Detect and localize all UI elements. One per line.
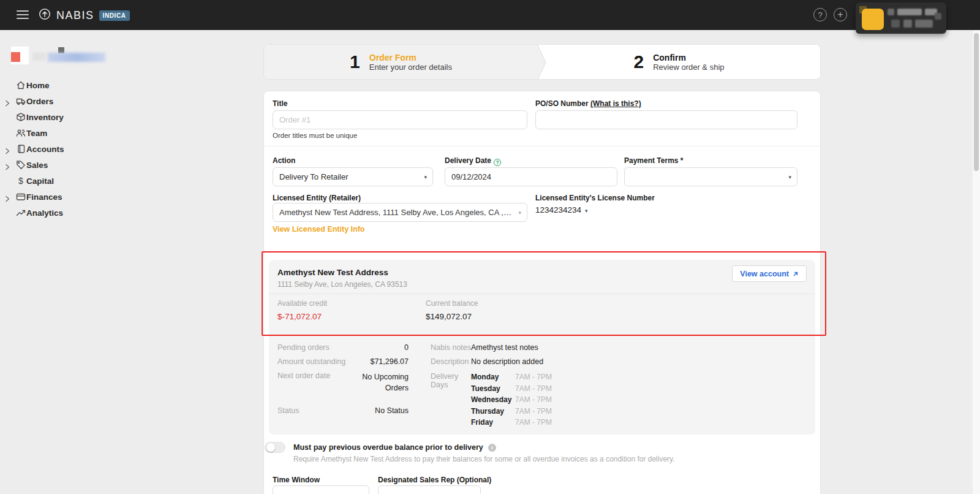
pending-orders-row: Pending orders 0	[277, 343, 409, 355]
external-link-icon	[793, 271, 799, 277]
view-account-button[interactable]: View account	[732, 265, 807, 282]
avatar	[862, 9, 884, 30]
sidebar-item-accounts[interactable]: Accounts	[0, 141, 256, 157]
trend-icon	[16, 208, 26, 218]
company-logo	[11, 45, 109, 66]
scrollbar-thumb[interactable]	[974, 33, 979, 171]
sidebar-item-inventory[interactable]: Inventory	[0, 109, 256, 125]
step-title: Order Form	[369, 53, 452, 63]
amount-outstanding-row: Amount outstanding $71,296.07	[277, 357, 409, 370]
account-name: Amethyst New Test Address	[277, 268, 388, 277]
view-licensed-entity-link[interactable]: View Licensed Entity Info	[273, 225, 365, 234]
top-navbar: NABIS INDICA ? +	[0, 0, 980, 30]
available-credit: Available credit $-71,072.07	[277, 299, 327, 321]
current-balance: Current balance $149,072.07	[426, 299, 478, 321]
delivery-day: Monday7AM - 7PM	[471, 371, 552, 383]
question-circle-icon[interactable]: ?	[494, 159, 501, 166]
payment-terms-label: Payment Terms *	[624, 156, 684, 165]
step-order-form[interactable]: 1 Order Form Enter your order details	[264, 45, 538, 79]
scrollbar-track[interactable]	[973, 30, 980, 494]
what-is-this-link[interactable]: (What is this?)	[590, 99, 641, 108]
step-subtitle: Enter your order details	[369, 63, 452, 72]
ledger-icon	[16, 144, 26, 154]
overdue-toggle[interactable]	[265, 442, 285, 453]
redacted-text	[891, 20, 900, 28]
license-number-select[interactable]: 1234234234▾	[535, 205, 588, 215]
account-notes: Nabis notes Amethyst test notes Descript…	[431, 343, 774, 428]
poso-label: PO/SO Number (What is this?)	[535, 99, 641, 108]
description-row: Description No description added	[431, 357, 774, 370]
caret-down-icon: ▾	[788, 173, 791, 180]
sidebar-item-finances[interactable]: Finances	[0, 189, 256, 205]
nabis-notes-row: Nabis notes Amethyst test notes	[431, 343, 774, 355]
brand-name: NABIS	[56, 9, 94, 22]
payment-terms-select[interactable]: ▾	[624, 167, 797, 186]
sales-rep-input[interactable]	[378, 485, 481, 494]
title-input[interactable]	[273, 110, 527, 129]
divider	[264, 146, 821, 146]
account-stats: Pending orders 0 Amount outstanding $71,…	[277, 343, 409, 420]
truck-icon	[16, 96, 26, 106]
poso-input[interactable]	[535, 110, 797, 129]
user-menu[interactable]	[856, 2, 946, 34]
redacted-text	[915, 20, 933, 28]
status-row: Status No Status	[277, 406, 409, 419]
box-icon	[16, 112, 26, 122]
delivery-day: Tuesday7AM - 7PM	[471, 383, 552, 395]
next-order-date-row: Next order date No Upcoming Orders	[277, 371, 409, 405]
order-form-card: Title Order titles must be unique PO/SO …	[263, 91, 821, 494]
sidebar-item-capital[interactable]: $ Capital	[0, 173, 256, 189]
hamburger-menu-icon[interactable]	[17, 10, 29, 20]
overdue-toggle-label: Must pay previous overdue balance prior …	[293, 443, 483, 452]
chevron-right-icon	[5, 146, 11, 153]
caret-down-icon: ▾	[424, 173, 427, 180]
chevron-right-icon	[5, 162, 11, 169]
delivery-day: Wednesday7AM - 7PM	[471, 394, 552, 406]
info-icon[interactable]: i	[488, 444, 496, 452]
caret-down-icon: ▾	[518, 209, 521, 215]
time-window-label: Time Window	[273, 476, 320, 484]
delivery-date-label: Delivery Date?	[445, 156, 501, 166]
sidebar-item-sales[interactable]: Sales	[0, 157, 256, 173]
licensed-entity-select[interactable]: Amethyst New Test Address, 1111 Selby Av…	[273, 203, 527, 222]
toggle-knob	[266, 443, 275, 452]
caret-down-icon: ▾	[585, 208, 588, 214]
tag-icon	[16, 160, 26, 170]
nabis-logo-icon	[38, 7, 51, 23]
credit-card-icon	[16, 192, 26, 202]
sidebar-item-analytics[interactable]: Analytics	[0, 205, 256, 221]
action-label: Action	[273, 156, 295, 165]
step-title: Confirm	[653, 53, 724, 63]
help-icon[interactable]: ?	[813, 8, 827, 21]
time-window-input[interactable]	[273, 485, 369, 494]
redacted-text	[903, 20, 912, 28]
sidebar-item-team[interactable]: Team	[0, 125, 256, 141]
home-icon	[16, 80, 26, 90]
indica-badge: INDICA	[99, 10, 130, 21]
redacted-text	[888, 9, 894, 15]
delivery-date-input[interactable]	[445, 167, 617, 186]
redacted-text	[897, 9, 922, 15]
chevron-right-icon	[5, 194, 11, 200]
licensed-entity-label: Licensed Entity (Retailer)	[273, 194, 361, 202]
overdue-toggle-helper: Require Amethyst New Test Address to pay…	[293, 455, 675, 463]
step-subtitle: Review order & ship	[653, 63, 724, 72]
sales-rep-label: Designated Sales Rep (Optional)	[378, 476, 491, 484]
delivery-day: Friday7AM - 7PM	[471, 417, 552, 428]
step-separator-chevron	[537, 45, 547, 80]
title-label: Title	[273, 99, 287, 108]
step-confirm[interactable]: 2 Confirm Review order & ship	[538, 45, 820, 79]
sidebar-item-orders[interactable]: Orders	[0, 93, 256, 109]
plus-icon[interactable]: +	[834, 8, 847, 21]
available-credit-value: $-71,072.07	[277, 312, 327, 321]
title-helper: Order titles must be unique	[273, 132, 357, 139]
current-balance-value: $149,072.07	[426, 312, 478, 321]
account-summary-card: Amethyst New Test Address 1111 Selby Ave…	[269, 260, 815, 435]
brand[interactable]: NABIS INDICA	[38, 7, 130, 23]
people-icon	[16, 128, 26, 138]
sidebar-item-home[interactable]: Home	[0, 77, 256, 93]
sidebar-nav: Home Orders Inventory	[0, 77, 256, 221]
account-address: 1111 Selby Ave, Los Angeles, CA 93513	[277, 280, 407, 289]
order-stepper: 1 Order Form Enter your order details 2 …	[263, 44, 821, 80]
action-select[interactable]: Delivery To Retailer▾	[273, 167, 433, 186]
